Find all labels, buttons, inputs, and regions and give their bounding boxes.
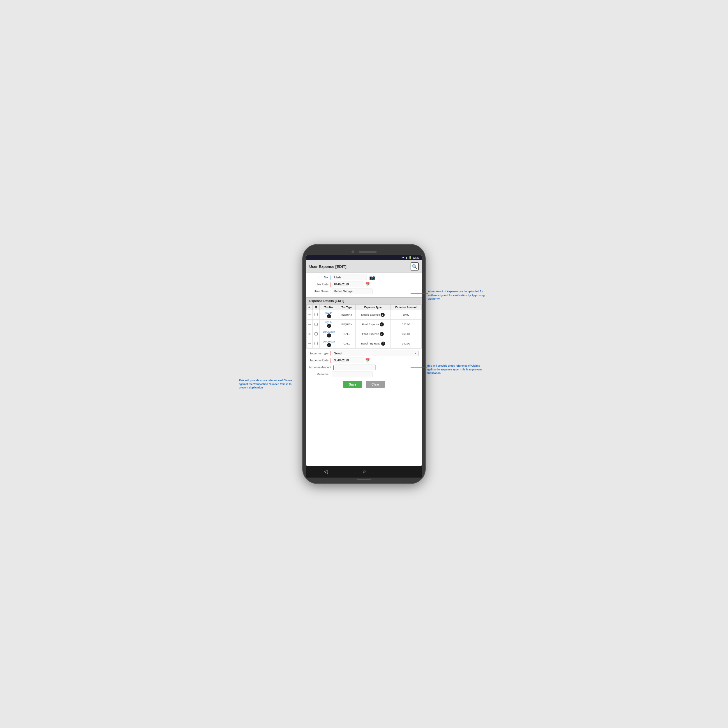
expense-date-input[interactable] bbox=[332, 358, 364, 363]
app-header: User Expense [EDIT] 🔍 bbox=[306, 260, 422, 273]
form-bottom: Expense Type | Select Mobile Expense Foo… bbox=[306, 349, 422, 391]
photo-proof-text: Photo Proof of Expense can be uploaded f… bbox=[428, 290, 486, 301]
trn-no-link-0[interactable]: IQ234 bbox=[321, 311, 337, 314]
user-name-input[interactable] bbox=[332, 289, 372, 294]
expense-date-label: Expense Date bbox=[309, 359, 330, 362]
expense-type-info-icon-3[interactable]: i bbox=[381, 341, 385, 346]
expense-amount-cell-1: 320.00 bbox=[390, 320, 422, 329]
row-checkbox-0[interactable] bbox=[315, 313, 318, 316]
expense-type-select-wrapper: Select Mobile Expense Food Expense Trave… bbox=[332, 350, 419, 356]
user-name-colon: : bbox=[330, 290, 331, 293]
remarks-row: Remarks : bbox=[309, 372, 419, 377]
trn-info-icon-0[interactable]: i bbox=[327, 314, 331, 318]
status-icons: ▼ ▲ 🔋 12:29 bbox=[402, 256, 419, 259]
trn-no-link-2[interactable]: 20A24002 bbox=[321, 330, 337, 333]
expense-type-info-icon-0[interactable]: i bbox=[381, 313, 385, 317]
trn-no-cell-0: IQ234 i bbox=[320, 310, 338, 320]
search-icon: 🔍 bbox=[412, 264, 418, 269]
trn-no-label: Trn. No. bbox=[309, 276, 330, 279]
screen-content: User Expense [EDIT] 🔍 Trn. No. | 📷 bbox=[306, 260, 422, 466]
user-name-label: User Name bbox=[309, 290, 330, 293]
checkbox-cell-0[interactable] bbox=[313, 310, 320, 320]
save-button[interactable]: Save bbox=[343, 381, 362, 388]
col-trn-no-header: Trn No. bbox=[320, 304, 338, 310]
checkbox-cell-3[interactable] bbox=[313, 339, 320, 349]
expense-type-row: Expense Type | Select Mobile Expense Foo… bbox=[309, 350, 419, 356]
camera-icon[interactable]: 📷 bbox=[369, 275, 375, 280]
cross-ref-expense-text: This will provide cross reference of Cla… bbox=[427, 364, 488, 375]
calendar-icon[interactable]: 📅 bbox=[365, 282, 370, 286]
expense-type-cell-0: Mobile Expense i bbox=[355, 310, 390, 320]
expense-type-required: | bbox=[330, 350, 331, 356]
remarks-label: Remarks bbox=[309, 373, 330, 376]
trn-date-input[interactable] bbox=[332, 281, 364, 287]
expense-table: ✏ 🗑 Trn No. Trn Type Expense Type Expens… bbox=[306, 304, 422, 349]
back-button[interactable]: ◁ bbox=[324, 468, 328, 475]
app-title: User Expense [EDIT] bbox=[309, 265, 347, 269]
edit-icon-1[interactable]: ✏ bbox=[308, 323, 311, 326]
edit-icon-2[interactable]: ✏ bbox=[308, 332, 311, 336]
delete-icon: 🗑 bbox=[315, 306, 317, 309]
col-trn-type-header: Trn Type bbox=[338, 304, 355, 310]
wifi-icon: ▼ bbox=[402, 256, 404, 259]
page-wrapper: ▼ ▲ 🔋 12:29 User Expense [EDIT] 🔍 bbox=[233, 233, 495, 495]
col-edit-header: ✏ bbox=[307, 304, 313, 310]
status-bar: ▼ ▲ 🔋 12:29 bbox=[306, 255, 422, 260]
form-section: Trn. No. | 📷 Trn. Date | 📅 bbox=[306, 273, 422, 297]
table-row: ✏ 20A24002 i CALL Travel - By Road i 140… bbox=[307, 339, 422, 349]
trn-no-link-3[interactable]: 20A24002 bbox=[321, 340, 337, 343]
row-checkbox-2[interactable] bbox=[315, 332, 318, 335]
edit-icon-0[interactable]: ✏ bbox=[308, 313, 311, 317]
phone-screen: ▼ ▲ 🔋 12:29 User Expense [EDIT] 🔍 bbox=[306, 255, 422, 466]
edit-cell-0[interactable]: ✏ bbox=[307, 310, 313, 320]
phone-bottom-bar: ◁ ○ □ bbox=[306, 466, 422, 477]
trn-date-required: | bbox=[330, 282, 331, 287]
recents-button[interactable]: □ bbox=[401, 468, 404, 475]
cross-ref-expense-annotation: This will provide cross reference of Cla… bbox=[427, 364, 488, 375]
search-button[interactable]: 🔍 bbox=[411, 262, 419, 271]
edit-icon-3[interactable]: ✏ bbox=[308, 342, 311, 346]
clear-button[interactable]: Clear bbox=[366, 381, 385, 388]
remarks-colon: : bbox=[330, 373, 331, 376]
trn-no-link-1[interactable]: IQ234 bbox=[321, 321, 337, 324]
expense-amount-cell-0: 50.00 bbox=[390, 310, 422, 320]
table-row: ✏ 20A24002 i CALL Food Expense i 350.00 bbox=[307, 329, 422, 339]
checkbox-cell-2[interactable] bbox=[313, 329, 320, 339]
trn-info-icon-1[interactable]: i bbox=[327, 324, 331, 328]
battery-icon: 🔋 bbox=[408, 256, 412, 259]
expense-amount-label: Expense Amount bbox=[309, 366, 333, 369]
phone-top-bar bbox=[306, 248, 422, 255]
col-check-header: 🗑 bbox=[313, 304, 320, 310]
edit-cell-1[interactable]: ✏ bbox=[307, 320, 313, 329]
cross-ref-expense-line bbox=[411, 367, 427, 368]
signal-icon: ▲ bbox=[405, 256, 408, 259]
table-row: ✏ IQ234 i INQUIRY Food Expense i 320.00 bbox=[307, 320, 422, 329]
row-checkbox-3[interactable] bbox=[315, 342, 318, 345]
expense-type-select[interactable]: Select Mobile Expense Food Expense Trave… bbox=[332, 350, 419, 356]
edit-cell-2[interactable]: ✏ bbox=[307, 329, 313, 339]
trn-date-label: Trn. Date bbox=[309, 283, 330, 286]
trn-info-icon-2[interactable]: i bbox=[327, 333, 331, 338]
expense-type-cell-2: Food Expense i bbox=[355, 329, 390, 339]
trn-info-icon-3[interactable]: i bbox=[327, 343, 331, 347]
expense-amount-required: | bbox=[333, 365, 334, 370]
expense-date-calendar-icon[interactable]: 📅 bbox=[365, 358, 370, 362]
cross-ref-trn-line bbox=[295, 382, 312, 382]
expense-amount-input[interactable] bbox=[335, 365, 376, 370]
home-button[interactable]: ○ bbox=[363, 468, 366, 475]
edit-cell-3[interactable]: ✏ bbox=[307, 339, 313, 349]
remarks-input[interactable] bbox=[332, 372, 372, 377]
cross-ref-trn-annotation: This will provide cross reference of Cla… bbox=[239, 379, 295, 390]
trn-type-cell-0: INQUIRY bbox=[338, 310, 355, 320]
trn-type-cell-1: INQUIRY bbox=[338, 320, 355, 329]
expense-type-info-icon-2[interactable]: i bbox=[380, 332, 384, 336]
expense-type-cell-3: Travel - By Road i bbox=[355, 339, 390, 349]
checkbox-cell-1[interactable] bbox=[313, 320, 320, 329]
trn-no-input[interactable] bbox=[332, 275, 367, 280]
col-expense-amount-header: Expense Amount bbox=[390, 304, 422, 310]
row-checkbox-1[interactable] bbox=[315, 323, 318, 326]
expense-type-info-icon-1[interactable]: i bbox=[380, 322, 384, 326]
phone-camera bbox=[352, 251, 354, 253]
photo-proof-annotation: Photo Proof of Expense can be uploaded f… bbox=[428, 290, 486, 301]
expense-amount-cell-3: 140.00 bbox=[390, 339, 422, 349]
